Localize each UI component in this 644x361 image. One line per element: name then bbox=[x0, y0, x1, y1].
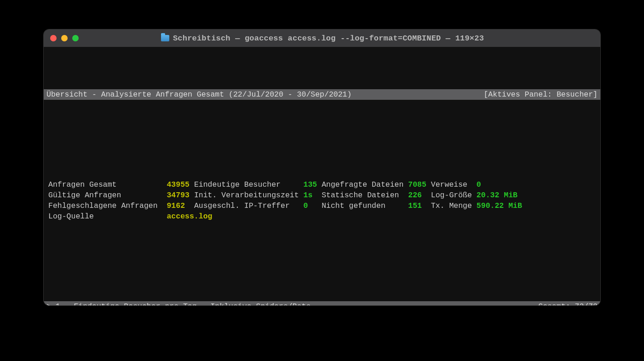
close-icon[interactable] bbox=[50, 35, 57, 41]
window-title-area: Schreibtisch — goaccess access.log --log… bbox=[83, 34, 562, 43]
maximize-icon[interactable] bbox=[72, 35, 79, 41]
overview-header-bar: Übersicht - Analysierte Anfragen Gesamt … bbox=[44, 89, 600, 100]
window-titlebar: Schreibtisch — goaccess access.log --log… bbox=[44, 29, 600, 47]
panel-1-header[interactable]: > 1 - Eindeutige Besucher pro Tag - Inkl… bbox=[44, 301, 600, 305]
stats-row: Log-Quelle access.log bbox=[48, 211, 596, 222]
stats-row: Gültige Anfragen 34793 Init. Verarbeitun… bbox=[48, 190, 596, 201]
active-panel-indicator: [Aktives Panel: Besucher] bbox=[483, 89, 598, 100]
stats-row: Anfragen Gesamt 43955 Eindeutige Besuche… bbox=[48, 179, 596, 190]
terminal-content[interactable]: Übersicht - Analysierte Anfragen Gesamt … bbox=[44, 47, 600, 305]
stats-row: Fehlgeschlagene Anfragen 9162 Ausgeschl.… bbox=[48, 201, 596, 211]
window-title: Schreibtisch — goaccess access.log --log… bbox=[173, 34, 484, 43]
terminal-window: Schreibtisch — goaccess access.log --log… bbox=[44, 29, 600, 305]
minimize-icon[interactable] bbox=[61, 35, 68, 41]
panel-1-title: > 1 - Eindeutige Besucher pro Tag - Inkl… bbox=[46, 301, 310, 305]
folder-icon bbox=[161, 35, 169, 41]
stats-block: Anfragen Gesamt 43955 Eindeutige Besuche… bbox=[44, 179, 600, 222]
panel-1-total: Gesamt: 72/72 bbox=[538, 301, 598, 305]
overview-title: Übersicht - Analysierte Anfragen Gesamt … bbox=[46, 89, 351, 100]
